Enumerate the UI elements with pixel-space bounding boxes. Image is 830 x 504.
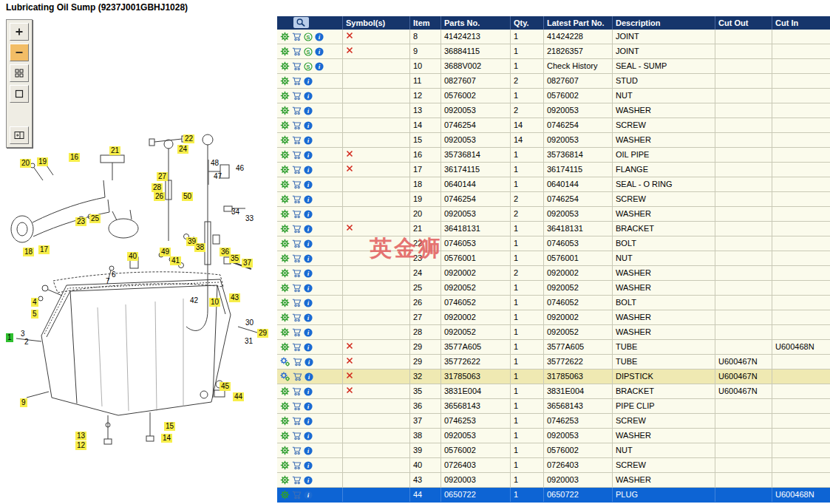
parts-row-item-13[interactable]: i13092005320920053WASHER xyxy=(277,103,830,118)
callout-29[interactable]: 29 xyxy=(257,329,268,338)
info-icon[interactable]: i xyxy=(304,225,313,234)
cart-icon[interactable] xyxy=(292,461,302,470)
info-icon[interactable]: i xyxy=(304,210,313,219)
parts-row-item-15[interactable]: i150920053140920053WASHER xyxy=(277,133,830,148)
gear-icon[interactable] xyxy=(280,253,290,263)
callout-34[interactable]: 34 xyxy=(230,208,241,217)
info-icon[interactable]: i xyxy=(304,195,313,204)
callout-49[interactable]: 49 xyxy=(160,248,171,256)
cart-icon[interactable] xyxy=(292,269,302,278)
cart-icon[interactable] xyxy=(292,92,302,101)
callout-26[interactable]: 26 xyxy=(154,192,165,201)
gear-icon[interactable] xyxy=(280,401,290,411)
callout-35[interactable]: 35 xyxy=(229,254,240,263)
gear-icon[interactable] xyxy=(280,194,290,204)
s-icon[interactable]: S xyxy=(304,33,313,41)
cart-icon[interactable] xyxy=(292,328,302,337)
callout-41[interactable]: 41 xyxy=(170,256,181,265)
parts-row-item-18[interactable]: i18064014410640144SEAL - O RING xyxy=(277,177,830,192)
parts-row-item-14[interactable]: i140746254140746254SCREW xyxy=(277,118,830,133)
info-icon[interactable]: i xyxy=(304,151,313,160)
gear-icon[interactable] xyxy=(280,327,290,337)
parts-row-item-38[interactable]: i38092005310920053WASHER xyxy=(277,429,830,443)
parts-row-item-23[interactable]: i23057600110576001NUT xyxy=(277,251,830,266)
callout-20[interactable]: 20 xyxy=(20,159,31,168)
callout-44[interactable]: 44 xyxy=(233,392,244,401)
cart-icon[interactable] xyxy=(292,77,302,86)
callout-45[interactable]: 45 xyxy=(220,382,231,391)
gear-icon[interactable] xyxy=(280,342,290,352)
gear-icon[interactable] xyxy=(280,224,290,234)
cart-icon[interactable] xyxy=(292,180,302,189)
gear-icon[interactable] xyxy=(280,431,290,440)
gears-icon[interactable] xyxy=(280,372,290,381)
callout-14[interactable]: 14 xyxy=(161,434,172,443)
cart-icon[interactable] xyxy=(292,106,302,115)
gear-icon[interactable] xyxy=(280,239,290,248)
gear-icon[interactable] xyxy=(280,460,290,470)
info-icon[interactable]: i xyxy=(304,328,313,337)
parts-row-item-29[interactable]: i2935772622135772622TUBEU600467N xyxy=(277,355,830,370)
callout-10[interactable]: 10 xyxy=(209,298,220,307)
gear-icon[interactable] xyxy=(280,120,290,130)
parts-row-item-29[interactable]: i293577A60513577A605TUBEU600468N xyxy=(277,340,830,355)
parts-row-item-35[interactable]: i353831E00413831E004BRACKETU600467N xyxy=(277,384,830,399)
parts-row-item-12[interactable]: i12057600210576002NUT xyxy=(277,89,830,103)
tile-view-button[interactable] xyxy=(10,64,29,82)
parts-row-item-17[interactable]: i1736174115136174115FLANGE xyxy=(277,163,830,177)
gear-icon[interactable] xyxy=(280,416,290,426)
callout-48[interactable]: 48 xyxy=(209,159,220,168)
cart-icon[interactable] xyxy=(292,195,302,204)
callout-27[interactable]: 27 xyxy=(157,172,168,181)
info-icon[interactable]: i xyxy=(304,254,313,263)
parts-row-item-16[interactable]: i1635736814135736814OIL PIPE xyxy=(277,148,830,163)
cart-icon[interactable] xyxy=(292,387,302,396)
cart-icon[interactable] xyxy=(293,372,302,381)
cart-icon[interactable] xyxy=(292,476,302,485)
cart-icon[interactable] xyxy=(292,299,302,307)
callout-4[interactable]: 4 xyxy=(31,298,38,307)
parts-row-item-9[interactable]: Si936884115121826357JOINT xyxy=(277,44,830,59)
gear-icon[interactable] xyxy=(280,135,290,145)
parts-row-item-24[interactable]: i24092000220920002WASHER xyxy=(277,266,830,281)
info-icon[interactable]: i xyxy=(304,461,313,470)
callout-2[interactable]: 2 xyxy=(23,338,30,347)
parts-row-item-39[interactable]: i39057600210576002NUT xyxy=(277,443,830,458)
callout-22[interactable]: 22 xyxy=(183,134,194,143)
parts-row-item-43[interactable]: i43092000310920003WASHER xyxy=(277,473,830,488)
search-filter-button[interactable] xyxy=(293,17,309,28)
cart-icon[interactable] xyxy=(292,166,302,174)
parts-row-item-32[interactable]: i3231785063131785063DIPSTICKU600467N xyxy=(277,370,830,384)
cart-icon[interactable] xyxy=(292,210,302,219)
callout-21[interactable]: 21 xyxy=(109,146,120,155)
info-icon[interactable]: i xyxy=(315,33,324,41)
parts-row-item-22[interactable]: i22074605310746053BOLT xyxy=(277,236,830,251)
gear-icon[interactable] xyxy=(280,446,290,455)
cart-icon[interactable] xyxy=(292,446,302,455)
info-icon[interactable]: i xyxy=(304,417,313,426)
info-icon[interactable]: i xyxy=(304,77,313,86)
cart-icon[interactable] xyxy=(292,33,302,41)
parts-row-item-10[interactable]: Si103688V0021Check HistorySEAL - SUMP xyxy=(277,59,830,74)
s-icon[interactable]: S xyxy=(304,62,313,71)
callout-5[interactable]: 5 xyxy=(31,310,38,319)
info-icon[interactable]: i xyxy=(304,136,313,145)
parts-row-item-28[interactable]: i28092005210920052WASHER xyxy=(277,325,830,340)
info-icon[interactable]: i xyxy=(304,387,313,396)
cart-icon[interactable] xyxy=(292,432,302,440)
callout-18[interactable]: 18 xyxy=(23,248,34,256)
gear-icon[interactable] xyxy=(280,76,290,86)
s-icon[interactable]: S xyxy=(304,47,313,56)
info-icon[interactable]: i xyxy=(304,180,313,189)
callout-17[interactable]: 17 xyxy=(38,245,50,254)
callout-16[interactable]: 16 xyxy=(69,153,80,162)
info-icon[interactable]: i xyxy=(304,476,313,485)
gear-icon[interactable] xyxy=(280,386,290,396)
info-icon[interactable]: i xyxy=(304,299,313,307)
cart-icon[interactable] xyxy=(292,225,302,234)
gear-icon[interactable] xyxy=(280,106,290,115)
parts-row-item-20[interactable]: i20092005320920053WASHER xyxy=(277,207,830,222)
info-icon[interactable]: i xyxy=(304,269,313,278)
parts-row-item-21[interactable]: i2136418131136418131BRACKET xyxy=(277,222,830,236)
callout-47[interactable]: 47 xyxy=(212,172,223,181)
